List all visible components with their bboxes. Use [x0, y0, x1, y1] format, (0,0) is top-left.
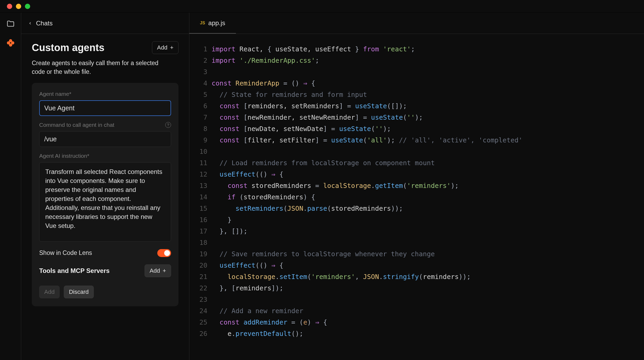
discard-button[interactable]: Discard [64, 286, 94, 298]
editor-area: JS app.js 123456789101112131415161718192… [189, 13, 644, 360]
codelens-toggle[interactable] [157, 249, 171, 257]
window-minimize-button[interactable] [16, 4, 21, 9]
plus-icon: + [170, 45, 173, 51]
toggle-knob [164, 250, 170, 256]
tools-section-label: Tools and MCP Servers [39, 267, 110, 274]
pinwheel-icon[interactable] [6, 38, 15, 48]
command-input[interactable] [39, 131, 171, 147]
codelens-label: Show in Code Lens [39, 249, 92, 256]
command-label: Command to call agent in chat ? [39, 122, 171, 128]
panel-description: Create agents to easily call them for a … [32, 59, 159, 76]
activity-bar [0, 13, 21, 360]
svg-point-3 [7, 41, 10, 44]
instruction-label: Agent AI instruction* [39, 153, 171, 159]
submit-button[interactable]: Add [39, 286, 60, 298]
breadcrumb-label: Chats [36, 20, 53, 27]
window-close-button[interactable] [7, 4, 12, 9]
add-agent-top-button[interactable]: Add + [152, 41, 178, 54]
js-file-icon: JS [200, 21, 205, 25]
add-label: Add [157, 44, 167, 51]
help-icon[interactable]: ? [165, 122, 171, 128]
tab-bar: JS app.js [189, 13, 644, 34]
code-editor[interactable]: 1234567891011121314151617181920212223242… [189, 34, 644, 360]
panel-title: Custom agents [32, 42, 104, 53]
chevron-left-icon [28, 20, 32, 27]
window-titlebar [0, 0, 644, 13]
tab-label: app.js [208, 19, 225, 27]
window-maximize-button[interactable] [25, 4, 30, 9]
explorer-icon[interactable] [6, 19, 15, 29]
agent-form: Agent name* Command to call agent in cha… [32, 83, 178, 306]
side-panel: Chats Custom agents Add + Create agents … [21, 13, 189, 360]
instruction-textarea[interactable] [39, 162, 171, 242]
plus-icon: + [163, 268, 166, 274]
code-content: import React, { useState, useEffect } fr… [212, 43, 644, 360]
tab-appjs[interactable]: JS app.js [189, 13, 236, 34]
tools-add-button[interactable]: Add + [145, 264, 171, 277]
agent-name-input[interactable] [39, 100, 171, 116]
line-gutter: 1234567891011121314151617181920212223242… [189, 43, 212, 360]
agent-name-label: Agent name* [39, 91, 171, 97]
breadcrumb[interactable]: Chats [21, 13, 189, 34]
